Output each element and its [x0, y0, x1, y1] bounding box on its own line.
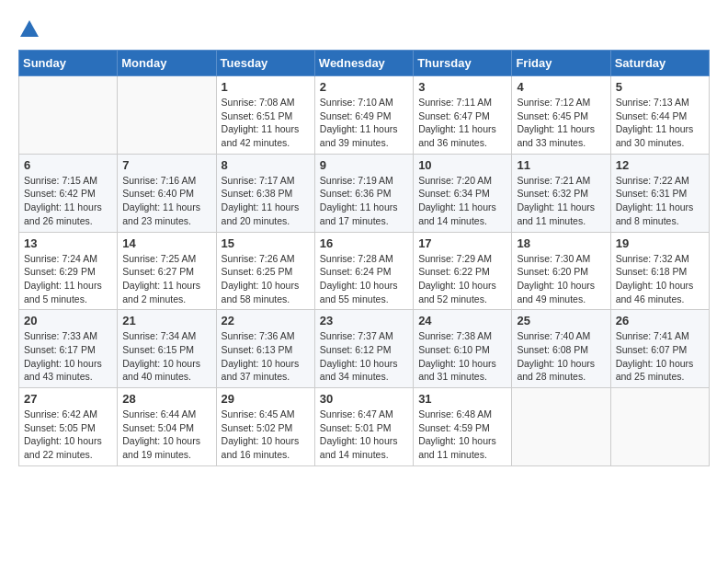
calendar-cell [512, 388, 610, 466]
weekday-header-wednesday: Wednesday [314, 51, 413, 76]
day-info: Sunrise: 7:34 AM Sunset: 6:15 PM Dayligh… [122, 329, 210, 384]
day-number: 4 [517, 80, 605, 94]
calendar-cell: 17Sunrise: 7:29 AM Sunset: 6:22 PM Dayli… [414, 232, 512, 310]
day-number: 3 [418, 80, 506, 94]
day-info: Sunrise: 7:25 AM Sunset: 6:27 PM Dayligh… [122, 252, 210, 306]
day-info: Sunrise: 7:08 AM Sunset: 6:51 PM Dayligh… [222, 96, 310, 150]
weekday-header-saturday: Saturday [610, 51, 709, 76]
day-info: Sunrise: 7:21 AM Sunset: 6:32 PM Dayligh… [517, 174, 605, 228]
day-info: Sunrise: 7:11 AM Sunset: 6:47 PM Dayligh… [418, 96, 506, 150]
logo [18, 18, 42, 40]
day-info: Sunrise: 7:24 AM Sunset: 6:29 PM Dayligh… [24, 252, 112, 306]
day-info: Sunrise: 7:29 AM Sunset: 6:22 PM Dayligh… [418, 252, 506, 306]
weekday-header-thursday: Thursday [414, 51, 512, 76]
day-info: Sunrise: 7:19 AM Sunset: 6:36 PM Dayligh… [320, 174, 408, 228]
day-number: 5 [616, 80, 704, 94]
calendar-week-row: 1Sunrise: 7:08 AM Sunset: 6:51 PM Daylig… [19, 76, 710, 155]
calendar-cell [118, 76, 216, 155]
day-info: Sunrise: 7:33 AM Sunset: 6:17 PM Dayligh… [24, 329, 112, 384]
day-number: 21 [122, 314, 210, 327]
calendar-cell: 2Sunrise: 7:10 AM Sunset: 6:49 PM Daylig… [314, 76, 413, 155]
day-number: 26 [616, 314, 704, 327]
day-number: 9 [320, 158, 408, 172]
calendar-week-row: 27Sunrise: 6:42 AM Sunset: 5:05 PM Dayli… [19, 388, 710, 466]
day-info: Sunrise: 7:22 AM Sunset: 6:31 PM Dayligh… [616, 174, 704, 228]
day-info: Sunrise: 7:41 AM Sunset: 6:07 PM Dayligh… [616, 329, 704, 384]
day-info: Sunrise: 7:16 AM Sunset: 6:40 PM Dayligh… [122, 174, 210, 228]
calendar-week-row: 13Sunrise: 7:24 AM Sunset: 6:29 PM Dayli… [19, 232, 710, 310]
day-number: 6 [24, 158, 112, 172]
day-number: 30 [320, 392, 408, 406]
calendar-cell: 10Sunrise: 7:20 AM Sunset: 6:34 PM Dayli… [414, 154, 512, 232]
day-number: 2 [320, 80, 408, 94]
calendar-cell: 6Sunrise: 7:15 AM Sunset: 6:42 PM Daylig… [19, 154, 118, 232]
day-number: 10 [418, 158, 506, 172]
calendar-cell: 27Sunrise: 6:42 AM Sunset: 5:05 PM Dayli… [19, 388, 118, 466]
weekday-header-monday: Monday [118, 51, 216, 76]
calendar-cell: 31Sunrise: 6:48 AM Sunset: 4:59 PM Dayli… [414, 388, 512, 466]
day-info: Sunrise: 6:44 AM Sunset: 5:04 PM Dayligh… [122, 408, 210, 462]
weekday-header-sunday: Sunday [19, 51, 118, 76]
day-number: 19 [616, 236, 704, 250]
day-number: 18 [517, 236, 605, 250]
day-info: Sunrise: 6:45 AM Sunset: 5:02 PM Dayligh… [222, 408, 310, 462]
calendar-cell: 25Sunrise: 7:40 AM Sunset: 6:08 PM Dayli… [512, 310, 610, 388]
day-info: Sunrise: 7:10 AM Sunset: 6:49 PM Dayligh… [320, 96, 408, 150]
day-number: 27 [24, 392, 112, 406]
day-info: Sunrise: 7:28 AM Sunset: 6:24 PM Dayligh… [320, 252, 408, 306]
calendar-cell: 24Sunrise: 7:38 AM Sunset: 6:10 PM Dayli… [414, 310, 512, 388]
weekday-header-friday: Friday [512, 51, 610, 76]
calendar-cell: 8Sunrise: 7:17 AM Sunset: 6:38 PM Daylig… [216, 154, 314, 232]
day-info: Sunrise: 7:32 AM Sunset: 6:18 PM Dayligh… [616, 252, 704, 306]
day-number: 15 [222, 236, 310, 250]
calendar-cell [610, 388, 709, 466]
day-info: Sunrise: 7:40 AM Sunset: 6:08 PM Dayligh… [517, 329, 605, 384]
day-info: Sunrise: 7:37 AM Sunset: 6:12 PM Dayligh… [320, 329, 408, 384]
calendar-cell: 21Sunrise: 7:34 AM Sunset: 6:15 PM Dayli… [118, 310, 216, 388]
day-info: Sunrise: 7:15 AM Sunset: 6:42 PM Dayligh… [24, 174, 112, 228]
day-number: 7 [122, 158, 210, 172]
calendar-cell: 30Sunrise: 6:47 AM Sunset: 5:01 PM Dayli… [314, 388, 413, 466]
day-info: Sunrise: 6:48 AM Sunset: 4:59 PM Dayligh… [418, 408, 506, 462]
calendar-cell: 23Sunrise: 7:37 AM Sunset: 6:12 PM Dayli… [314, 310, 413, 388]
day-number: 16 [320, 236, 408, 250]
weekday-header-row: SundayMondayTuesdayWednesdayThursdayFrid… [19, 51, 710, 76]
day-info: Sunrise: 7:20 AM Sunset: 6:34 PM Dayligh… [418, 174, 506, 228]
calendar-week-row: 6Sunrise: 7:15 AM Sunset: 6:42 PM Daylig… [19, 154, 710, 232]
calendar-cell: 7Sunrise: 7:16 AM Sunset: 6:40 PM Daylig… [118, 154, 216, 232]
calendar-cell: 18Sunrise: 7:30 AM Sunset: 6:20 PM Dayli… [512, 232, 610, 310]
calendar-cell: 3Sunrise: 7:11 AM Sunset: 6:47 PM Daylig… [414, 76, 512, 155]
calendar-cell: 22Sunrise: 7:36 AM Sunset: 6:13 PM Dayli… [216, 310, 314, 388]
calendar-cell: 9Sunrise: 7:19 AM Sunset: 6:36 PM Daylig… [314, 154, 413, 232]
day-number: 14 [122, 236, 210, 250]
day-info: Sunrise: 7:12 AM Sunset: 6:45 PM Dayligh… [517, 96, 605, 150]
calendar-cell: 14Sunrise: 7:25 AM Sunset: 6:27 PM Dayli… [118, 232, 216, 310]
logo-icon [18, 18, 40, 40]
calendar-cell: 19Sunrise: 7:32 AM Sunset: 6:18 PM Dayli… [610, 232, 709, 310]
day-info: Sunrise: 7:30 AM Sunset: 6:20 PM Dayligh… [517, 252, 605, 306]
calendar-cell: 15Sunrise: 7:26 AM Sunset: 6:25 PM Dayli… [216, 232, 314, 310]
calendar-cell: 12Sunrise: 7:22 AM Sunset: 6:31 PM Dayli… [610, 154, 709, 232]
calendar-cell: 4Sunrise: 7:12 AM Sunset: 6:45 PM Daylig… [512, 76, 610, 155]
page-header [18, 18, 710, 40]
day-number: 11 [517, 158, 605, 172]
calendar-cell: 26Sunrise: 7:41 AM Sunset: 6:07 PM Dayli… [610, 310, 709, 388]
day-number: 31 [418, 392, 506, 406]
day-info: Sunrise: 6:47 AM Sunset: 5:01 PM Dayligh… [320, 408, 408, 462]
day-number: 22 [222, 314, 310, 327]
calendar-cell: 5Sunrise: 7:13 AM Sunset: 6:44 PM Daylig… [610, 76, 709, 155]
svg-marker-0 [20, 20, 39, 37]
day-number: 25 [517, 314, 605, 327]
weekday-header-tuesday: Tuesday [216, 51, 314, 76]
calendar-cell: 11Sunrise: 7:21 AM Sunset: 6:32 PM Dayli… [512, 154, 610, 232]
day-number: 23 [320, 314, 408, 327]
day-number: 17 [418, 236, 506, 250]
day-info: Sunrise: 7:36 AM Sunset: 6:13 PM Dayligh… [222, 329, 310, 384]
day-number: 13 [24, 236, 112, 250]
day-info: Sunrise: 7:26 AM Sunset: 6:25 PM Dayligh… [222, 252, 310, 306]
calendar-cell: 13Sunrise: 7:24 AM Sunset: 6:29 PM Dayli… [19, 232, 118, 310]
calendar-week-row: 20Sunrise: 7:33 AM Sunset: 6:17 PM Dayli… [19, 310, 710, 388]
day-info: Sunrise: 6:42 AM Sunset: 5:05 PM Dayligh… [24, 408, 112, 462]
day-number: 12 [616, 158, 704, 172]
day-number: 20 [24, 314, 112, 327]
